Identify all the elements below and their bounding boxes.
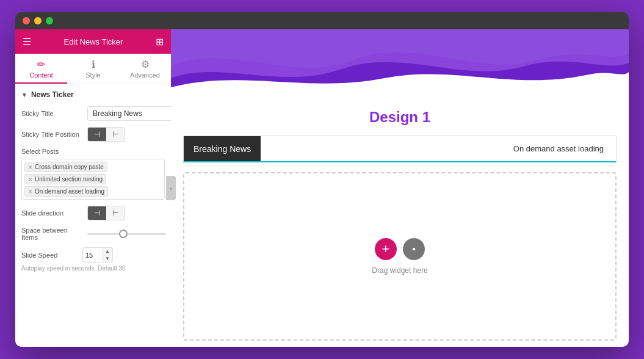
- ticker-label: Breaking News: [184, 136, 261, 161]
- drop-zone[interactable]: + ▪ Drag widget here: [183, 172, 617, 341]
- tag-label-1: Cross domain copy paste: [35, 164, 104, 170]
- tag-label-2: Unlimited section nesting: [35, 176, 103, 183]
- ticker-content: On demand asset loading: [261, 144, 616, 153]
- tag-item: ✕ Cross domain copy paste: [24, 162, 107, 172]
- select-posts-section: Select Posts ✕ Cross domain copy paste ✕…: [21, 148, 165, 200]
- main-layout: ☰ Edit News Ticker ⊞ ✏ Content ℹ Style: [15, 29, 629, 347]
- panel-header: ☰ Edit News Ticker ⊞: [15, 29, 171, 54]
- slide-speed-row: Slide Speed ▲ ▼: [21, 247, 165, 263]
- tab-style[interactable]: ℹ Style: [67, 54, 119, 84]
- tabs-bar: ✏ Content ℹ Style ⚙ Advanced: [15, 54, 171, 84]
- hamburger-icon[interactable]: ☰: [23, 36, 31, 48]
- tab-advanced[interactable]: ⚙ Advanced: [119, 54, 171, 84]
- app-window: ☰ Edit News Ticker ⊞ ✏ Content ℹ Style: [15, 12, 629, 347]
- slide-direction-label: Slide direction: [21, 209, 82, 217]
- wave-svg: [171, 29, 629, 103]
- panel-content: ▼ News Ticker Sticky Title Sticky Title …: [15, 84, 171, 347]
- canvas-content: Design 1 Breaking News On demand asset l…: [171, 103, 629, 347]
- slide-speed-input[interactable]: [83, 250, 103, 261]
- content-icon: ✏: [37, 59, 45, 70]
- panel-title: Edit News Ticker: [31, 37, 156, 46]
- drop-zone-text: Drag widget here: [372, 266, 427, 275]
- wave-header: [171, 29, 629, 103]
- position-btn-group: ⊣ ⊢: [87, 127, 125, 142]
- tag-remove-1[interactable]: ✕: [28, 164, 33, 170]
- slide-speed-label: Slide Speed: [21, 252, 82, 259]
- add-widget-button[interactable]: +: [375, 238, 397, 260]
- right-canvas: Design 1 Breaking News On demand asset l…: [171, 29, 629, 347]
- sticky-title-position-label: Sticky Title Position: [21, 131, 82, 138]
- select-posts-label: Select Posts: [21, 148, 165, 155]
- tag-item: ✕ Unlimited section nesting: [24, 174, 106, 184]
- position-left-button[interactable]: ⊣: [88, 128, 106, 141]
- position-right-button[interactable]: ⊢: [106, 128, 125, 141]
- close-button[interactable]: [23, 17, 30, 24]
- speed-down-arrow[interactable]: ▼: [103, 255, 112, 263]
- style-icon: ℹ: [92, 59, 95, 70]
- speed-arrows: ▲ ▼: [103, 248, 112, 262]
- space-between-label: Space between Items: [21, 227, 82, 241]
- left-panel: ☰ Edit News Ticker ⊞ ✏ Content ℹ Style: [15, 29, 171, 347]
- sticky-title-row: Sticky Title: [21, 106, 165, 121]
- slide-speed-hint: Autoplay speed in seconds. Default 30: [21, 265, 165, 272]
- widget-options-button[interactable]: ▪: [403, 238, 425, 260]
- tags-container[interactable]: ✕ Cross domain copy paste ✕ Unlimited se…: [21, 159, 165, 200]
- collapse-handle[interactable]: ‹: [166, 176, 176, 200]
- minimize-button[interactable]: [34, 17, 42, 24]
- direction-right-button[interactable]: ⊢: [106, 206, 125, 220]
- section-header: ▼ News Ticker: [21, 90, 165, 99]
- collapse-arrow[interactable]: ▼: [21, 92, 27, 98]
- direction-left-button[interactable]: ⊣: [88, 206, 106, 220]
- space-between-slider[interactable]: [87, 233, 166, 235]
- title-bar: [15, 12, 629, 29]
- news-ticker-bar: Breaking News On demand asset loading: [183, 136, 617, 162]
- tag-remove-2[interactable]: ✕: [28, 176, 33, 183]
- space-between-row: Space between Items 90: [21, 227, 165, 241]
- design-title: Design 1: [369, 109, 430, 126]
- slide-direction-row: Slide direction ⊣ ⊢: [21, 206, 165, 220]
- tab-content[interactable]: ✏ Content: [15, 54, 67, 84]
- advanced-icon: ⚙: [141, 59, 150, 70]
- sticky-title-label: Sticky Title: [21, 110, 82, 117]
- tag-item: ✕ On demand asset loading: [24, 186, 108, 197]
- tag-remove-3[interactable]: ✕: [28, 189, 33, 195]
- speed-up-arrow[interactable]: ▲: [103, 248, 112, 255]
- speed-input-wrap: ▲ ▼: [82, 247, 113, 263]
- tag-label-3: On demand asset loading: [35, 188, 104, 195]
- grid-icon[interactable]: ⊞: [156, 36, 164, 48]
- sticky-title-input[interactable]: [87, 106, 171, 121]
- direction-btn-group: ⊣ ⊢: [87, 206, 125, 220]
- left-panel-wrap: ☰ Edit News Ticker ⊞ ✏ Content ℹ Style: [15, 29, 171, 347]
- sticky-title-position-row: Sticky Title Position ⊣ ⊢: [21, 127, 165, 142]
- section-title: News Ticker: [31, 90, 74, 99]
- drop-zone-buttons: + ▪: [375, 238, 425, 260]
- maximize-button[interactable]: [46, 17, 53, 24]
